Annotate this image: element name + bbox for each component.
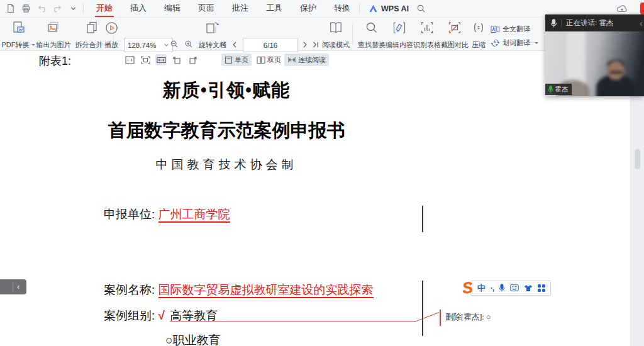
pdf-convert-button[interactable]: PDF转换 (1, 20, 35, 49)
export-image-button[interactable]: 输出为图片 (33, 20, 74, 49)
revision-change-bar (422, 281, 423, 336)
deletion-comment[interactable]: 删除[霍杰]: ○ (445, 312, 491, 323)
video-call-overlay[interactable]: 正在讲话: 霍杰 ‹ 霍杰 (545, 14, 644, 96)
screenshot-compare-icon (448, 21, 462, 35)
save-icon[interactable] (5, 4, 15, 14)
rotate-document-icon (205, 21, 220, 35)
chevron-down-icon (535, 42, 538, 46)
fit-width-icon[interactable] (155, 54, 167, 65)
ime-keyboard-icon[interactable] (510, 284, 519, 291)
titlebar-red-button[interactable] (640, 3, 644, 14)
full-translate-icon (491, 25, 500, 33)
video-call-header[interactable]: 正在讲话: 霍杰 ‹ (545, 14, 644, 31)
wps-ai-icon (369, 4, 378, 13)
split-merge-icon (85, 21, 99, 35)
full-translate-button[interactable]: 全文翻译 (491, 23, 530, 35)
zoom-level-input[interactable]: 128.74% (124, 38, 173, 52)
zoom-in-button[interactable] (184, 40, 193, 48)
participant-name-badge: 霍杰 (545, 84, 572, 95)
menu-tabs: 开始 插入 编辑 页面 批注 工具 保护 转换 (87, 0, 359, 17)
ime-toolbox-icon[interactable] (538, 284, 545, 292)
tab-insert[interactable]: 插入 (129, 0, 148, 17)
field-case-value: 国际数字贸易虚拟教研室建设的实践探索 (158, 283, 374, 298)
single-page-button[interactable]: 单页 (221, 53, 252, 66)
revision-checkmark: √ (158, 309, 165, 322)
redo-icon[interactable] (52, 4, 62, 14)
annex-label: 附表1: (39, 53, 71, 69)
word-translate-button[interactable]: 划词翻译 (491, 37, 538, 48)
find-replace-icon (365, 21, 379, 35)
read-mode-label: 阅读模式 (322, 41, 350, 48)
compress-label: 压缩 (472, 41, 486, 48)
tab-protect[interactable]: 保护 (299, 0, 318, 17)
continuous-read-button[interactable]: 连续阅读 (284, 53, 329, 66)
recognize-table-icon (420, 21, 434, 35)
play-label: 播放 (104, 41, 118, 48)
titlebar-separator (83, 4, 84, 14)
mic-active-icon (548, 86, 553, 93)
wps-ai-button[interactable]: WPS AI (369, 4, 409, 13)
ime-toolbar: S 中 ·, (462, 279, 551, 297)
titlebar-separator2 (359, 4, 360, 14)
export-image-icon (47, 21, 60, 35)
tab-convert[interactable]: 转换 (333, 0, 352, 17)
ime-voice-icon[interactable] (499, 284, 505, 292)
sogou-logo-icon[interactable]: S (462, 278, 474, 298)
tab-tools[interactable]: 工具 (265, 0, 284, 17)
rotate-right-icon[interactable] (187, 54, 198, 65)
cloud-upload-icon[interactable] (616, 3, 628, 14)
chevron-collapse-icon[interactable]: ‹ (640, 18, 644, 28)
option-vocational: ○职业教育 (165, 332, 220, 346)
field-group-value: 高等教育 (170, 309, 218, 322)
undo-icon[interactable] (36, 4, 47, 14)
zoom-level-value: 128.74% (128, 42, 156, 49)
edit-content-icon (392, 21, 406, 35)
page-number-input[interactable]: 6/16 (243, 38, 298, 52)
search-icon[interactable] (416, 4, 426, 14)
ribbon-separator (352, 24, 353, 44)
play-button[interactable]: 播放 (99, 20, 123, 49)
sidebar-collapse-toggle[interactable]: ‹ (0, 279, 26, 294)
zoom-out-button[interactable] (170, 40, 179, 48)
comment-connector-line (170, 321, 415, 321)
screenshot-compare-label: 截图对比 (441, 41, 469, 48)
split-merge-label: 拆分合并 (75, 41, 103, 48)
prev-page-button[interactable] (230, 40, 239, 49)
field-unit-label: 申报单位: (104, 208, 155, 221)
first-page-button[interactable] (219, 40, 228, 49)
field-case-label: 案例名称: (104, 283, 155, 296)
recognize-table-label: 识别表格 (413, 41, 441, 48)
tab-home[interactable]: 开始 (95, 0, 114, 17)
compress-icon (472, 21, 486, 35)
rotate-left-icon[interactable] (171, 54, 182, 65)
wps-pdf-window: 开始 插入 编辑 页面 批注 工具 保护 转换 WPS AI PDF转换 (0, 0, 644, 346)
single-page-label: 单页 (235, 55, 248, 65)
quick-access-more-icon[interactable] (68, 4, 78, 14)
actual-size-icon[interactable] (124, 54, 135, 65)
ime-skin-icon[interactable] (524, 284, 533, 292)
participant-name: 霍杰 (555, 85, 568, 94)
read-mode-button[interactable]: 阅读模式 (318, 20, 353, 49)
mic-icon[interactable] (550, 19, 557, 28)
chevron-left-icon: ‹ (17, 280, 19, 294)
export-image-label: 输出为图片 (36, 41, 71, 48)
header-divider (561, 19, 562, 27)
wps-ai-label: WPS AI (381, 4, 409, 13)
ime-mode-toggle[interactable]: 中 (477, 282, 486, 294)
tab-edit[interactable]: 编辑 (163, 0, 182, 17)
play-icon (104, 21, 119, 35)
tab-comment[interactable]: 批注 (231, 0, 250, 17)
vertical-scrollbar-thumb[interactable] (635, 149, 640, 169)
toggle-divider (13, 282, 13, 291)
find-replace-label: 查找替换 (358, 41, 386, 48)
print-icon[interactable] (21, 4, 31, 14)
ime-toolbar-box: 中 ·, (470, 281, 551, 296)
ime-punctuation-toggle[interactable]: ·, (491, 284, 494, 293)
compress-button[interactable]: 压缩 (467, 20, 491, 49)
fit-page-icon[interactable] (140, 54, 151, 65)
next-page-button[interactable] (301, 40, 309, 49)
single-page-icon (225, 56, 233, 64)
doc-title-line1: 新质•引领•赋能 (0, 78, 453, 103)
word-translate-icon (491, 38, 500, 48)
tab-page[interactable]: 页面 (197, 0, 216, 17)
